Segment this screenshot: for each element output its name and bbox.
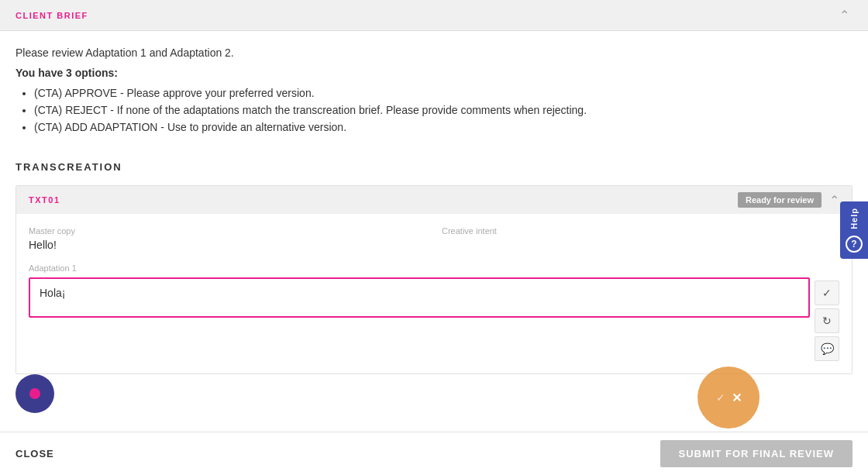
help-label: Help [849, 208, 859, 229]
master-copy-value: Hello! [29, 239, 426, 251]
orange-circle-overlay[interactable]: ✓ ✕ [698, 367, 760, 429]
client-brief-intro: Please review Adaptation 1 and Adaptatio… [16, 46, 852, 59]
client-brief-content: Please review Adaptation 1 and Adaptatio… [0, 31, 868, 146]
undo-action-button[interactable]: ↻ [815, 308, 839, 333]
txt-card: TXT01 Ready for review ⌃ Master copy Hel… [16, 185, 852, 374]
comment-action-button[interactable]: 💬 [815, 336, 839, 361]
close-button[interactable]: CLOSE [16, 448, 54, 460]
transcreation-section: TRANSCREATION TXT01 Ready for review ⌃ M… [0, 146, 868, 374]
list-item: (CTA) ADD ADAPTATION - Use to provide an… [34, 121, 852, 133]
client-brief-options-list: (CTA) APPROVE - Please approve your pref… [16, 87, 852, 133]
adaptation-block: Adaptation 1 Hola¡ ✓ ↻ 💬 [29, 263, 839, 361]
list-item: (CTA) APPROVE - Please approve your pref… [34, 87, 852, 99]
fields-row: Master copy Hello! Creative intent [29, 226, 839, 251]
creative-intent-group: Creative intent [442, 226, 839, 251]
txt-card-id: TXT01 [29, 195, 60, 205]
orange-circle-inner: ✓ ✕ [716, 391, 742, 405]
circle-x-icon: ✕ [732, 391, 742, 405]
client-brief-title: CLIENT BRIEF [16, 11, 88, 20]
page-wrapper: CLIENT BRIEF ⌃ Please review Adaptation … [0, 0, 868, 475]
txt-card-collapse-button[interactable]: ⌃ [829, 193, 839, 208]
adaptation-actions: ✓ ↻ 💬 [815, 277, 839, 361]
master-copy-label: Master copy [29, 226, 426, 236]
floating-badge-dot [29, 388, 40, 399]
client-brief-options-label: You have 3 options: [16, 67, 852, 79]
txt-card-body: Master copy Hello! Creative intent Adapt… [16, 214, 852, 373]
transcreation-title: TRANSCREATION [16, 161, 852, 173]
list-item: (CTA) REJECT - If none of the adaptation… [34, 104, 852, 116]
adaptation-input-row: Hola¡ ✓ ↻ 💬 [29, 277, 839, 361]
ready-for-review-badge: Ready for review [738, 192, 822, 208]
client-brief-header: CLIENT BRIEF ⌃ [0, 0, 868, 31]
circle-check-icon: ✓ [716, 391, 725, 404]
creative-intent-label: Creative intent [442, 226, 839, 236]
help-icon: ? [846, 236, 863, 253]
adaptation-textarea[interactable]: Hola¡ [29, 277, 810, 318]
help-widget[interactable]: Help ? [840, 201, 868, 259]
bottom-bar: CLOSE SUBMIT FOR FINAL REVIEW [0, 432, 868, 475]
txt-card-header-right: Ready for review ⌃ [738, 192, 839, 208]
adaptation-label: Adaptation 1 [29, 263, 839, 273]
approve-action-button[interactable]: ✓ [815, 281, 839, 305]
floating-user-badge [16, 374, 54, 413]
submit-final-review-button[interactable]: SUBMIT FOR FINAL REVIEW [660, 440, 852, 467]
client-brief-collapse-button[interactable]: ⌃ [836, 8, 852, 22]
master-copy-group: Master copy Hello! [29, 226, 426, 251]
txt-card-header: TXT01 Ready for review ⌃ [16, 186, 852, 214]
